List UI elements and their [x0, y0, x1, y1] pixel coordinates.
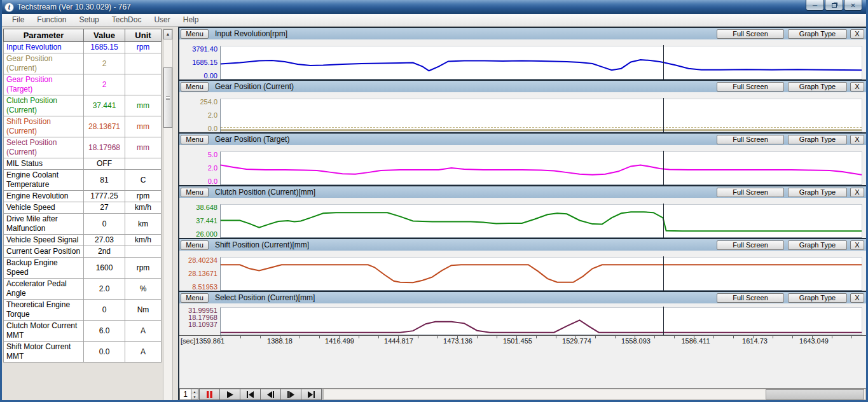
time-tick-label: 1643.049 — [799, 337, 829, 345]
minimize-button[interactable]: ─ — [806, 0, 824, 11]
table-row[interactable]: Gear Position (Target)2 — [4, 74, 162, 95]
full-screen-button[interactable]: Full Screen — [717, 29, 784, 39]
y-current-label: 37.441 — [196, 218, 217, 225]
menu-button[interactable]: Menu — [181, 135, 209, 144]
menu-user[interactable]: User — [148, 14, 176, 26]
frame-spinner[interactable]: 1 ▲▼ — [179, 389, 198, 400]
col-header-unit[interactable]: Unit — [125, 29, 162, 42]
menu-button[interactable]: Menu — [181, 188, 209, 197]
table-scrollbar-thumb[interactable] — [163, 67, 172, 128]
spinner-up-icon[interactable]: ▲ — [191, 389, 198, 394]
table-row[interactable]: Clutch Motor Current MMT6.0A — [4, 321, 162, 342]
play-button[interactable] — [219, 389, 240, 400]
step-back-button[interactable] — [260, 389, 281, 400]
menu-function[interactable]: Function — [31, 14, 72, 26]
table-row[interactable]: Engine Coolant Temperature81C — [4, 170, 162, 191]
menu-button[interactable]: Menu — [181, 240, 209, 250]
skip-to-start-button[interactable] — [240, 389, 261, 400]
menu-techdoc[interactable]: TechDoc — [106, 14, 148, 26]
graph-header: Menu Select Position (Current)[mm] Full … — [179, 292, 866, 303]
graph-type-button[interactable]: Graph Type — [788, 293, 847, 303]
table-header-row: Parameter Value Unit — [4, 29, 162, 42]
scroll-up-arrow[interactable]: ▲ — [163, 29, 172, 39]
time-tick-label: 1529.774 — [562, 337, 591, 345]
pause-button[interactable] — [199, 389, 220, 400]
time-cursor[interactable] — [663, 45, 664, 80]
col-header-parameter[interactable]: Parameter — [4, 29, 84, 42]
skip-to-end-button[interactable] — [301, 389, 322, 400]
table-row[interactable]: Current Gear Position2nd — [4, 246, 162, 258]
table-scrollbar[interactable]: ▲ ▼ — [163, 29, 173, 402]
graph-type-button[interactable]: Graph Type — [788, 240, 847, 250]
menu-button[interactable]: Menu — [181, 29, 209, 39]
table-row[interactable]: Shift Position (Current)28.13671mm — [4, 116, 162, 137]
close-graph-button[interactable]: X — [850, 188, 864, 197]
y-max-label: 3791.40 — [192, 46, 217, 53]
table-row[interactable]: MIL StatusOFF — [4, 158, 162, 170]
graph-type-button[interactable]: Graph Type — [788, 135, 847, 144]
restore-button[interactable] — [825, 0, 843, 11]
table-row[interactable]: Drive Mile after Malfunction0km — [4, 214, 162, 235]
graph-panel-gear-position-current: Menu Gear Position (Current) Full Screen… — [179, 80, 866, 132]
close-graph-button[interactable]: X — [850, 240, 864, 250]
plot-area[interactable] — [220, 99, 862, 132]
graph-type-button[interactable]: Graph Type — [788, 82, 847, 92]
full-screen-button[interactable]: Full Screen — [717, 82, 784, 92]
table-row[interactable]: Gear Position (Current)2 — [4, 53, 162, 74]
menu-button[interactable]: Menu — [181, 82, 209, 92]
table-row[interactable]: Input Revolution1685.15rpm — [4, 42, 162, 53]
plot-area[interactable] — [220, 46, 862, 80]
step-forward-button[interactable] — [280, 389, 301, 400]
y-current-label: 28.13671 — [188, 270, 217, 277]
graph-type-button[interactable]: Graph Type — [788, 188, 847, 197]
plot-area[interactable] — [220, 257, 862, 291]
table-row[interactable]: Engine Revolution1777.25rpm — [4, 191, 162, 202]
menu-file[interactable]: File — [6, 14, 31, 26]
timeline-scrollbar[interactable] — [323, 389, 866, 400]
time-cursor[interactable] — [663, 204, 664, 239]
full-screen-button[interactable]: Full Screen — [717, 188, 784, 197]
graph-panel-input-revolution: Menu Input Revolution[rpm] Full Screen G… — [179, 27, 866, 80]
techstream-app-icon: t — [4, 3, 14, 12]
play-icon — [226, 391, 234, 398]
time-axis-unit: [sec] — [181, 337, 195, 345]
menu-button[interactable]: Menu — [181, 293, 209, 303]
time-cursor[interactable] — [663, 307, 664, 336]
app-window: t Techstream (Ver 10.30.029) - 767 ─ ✕ F… — [0, 0, 868, 402]
time-cursor[interactable] — [663, 151, 664, 186]
time-cursor[interactable] — [663, 256, 664, 291]
y-min-label: 0.0 — [208, 178, 217, 185]
skip-end-icon — [307, 391, 315, 398]
table-row[interactable]: Shift Motor Current MMT0.0A — [4, 342, 162, 363]
timeline-scrollbar-thumb[interactable] — [766, 389, 864, 399]
graph-type-button[interactable]: Graph Type — [788, 29, 847, 39]
close-graph-button[interactable]: X — [850, 135, 864, 144]
close-graph-button[interactable]: X — [850, 29, 864, 39]
spinner-down-icon[interactable]: ▼ — [191, 394, 198, 399]
plot-area[interactable] — [220, 307, 862, 335]
table-row[interactable]: Theoretical Engine Torque0Nm — [4, 300, 162, 321]
plot-area[interactable] — [220, 151, 862, 185]
table-row[interactable]: Clutch Position (Current)37.441mm — [4, 95, 162, 116]
menu-help[interactable]: Help — [177, 14, 205, 26]
full-screen-button[interactable]: Full Screen — [717, 240, 784, 250]
full-screen-button[interactable]: Full Screen — [717, 135, 784, 144]
table-row[interactable]: Select Position (Current)18.17968mm — [4, 137, 162, 158]
close-graph-button[interactable]: X — [850, 82, 864, 92]
close-graph-button[interactable]: X — [850, 293, 864, 303]
y-axis-labels: 28.40234 28.13671 8.51953 — [179, 257, 220, 291]
table-row[interactable]: Vehicle Speed Signal27.03km/h — [4, 235, 162, 246]
y-axis-labels: 3791.40 1685.15 0.00 — [179, 46, 220, 80]
full-screen-button[interactable]: Full Screen — [717, 293, 784, 303]
time-cursor[interactable] — [663, 98, 664, 133]
playback-bar: 1 ▲▼ — [179, 388, 866, 400]
restore-icon — [832, 3, 837, 8]
col-header-value[interactable]: Value — [84, 29, 125, 42]
menu-setup[interactable]: Setup — [72, 14, 105, 26]
table-row[interactable]: Accelerator Pedal Angle2.0% — [4, 279, 162, 300]
table-row[interactable]: Vehicle Speed27km/h — [4, 202, 162, 214]
table-row[interactable]: Backup Engine Speed1600rpm — [4, 258, 162, 279]
close-button[interactable]: ✕ — [844, 0, 862, 11]
window-title: Techstream (Ver 10.30.029) - 767 — [17, 3, 806, 11]
plot-area[interactable] — [220, 204, 862, 238]
